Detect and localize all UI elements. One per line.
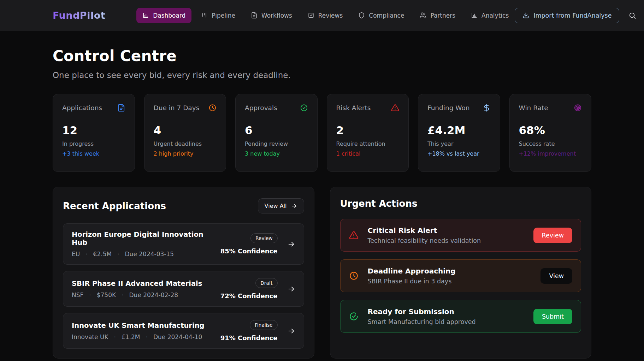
- stat-trend: 1 critical: [336, 150, 400, 157]
- application-amount: €2.5M: [93, 251, 125, 258]
- application-meta: EU €2.5M Due 2024-03-15: [72, 251, 220, 258]
- arrow-right-icon: [291, 203, 297, 209]
- status-badge: Draft: [255, 278, 277, 288]
- application-name: SBIR Phase II Advanced Materials: [72, 279, 220, 288]
- arrow-right-icon[interactable]: [288, 285, 295, 293]
- bar-chart-icon: [142, 12, 149, 19]
- shield-icon: [358, 12, 365, 19]
- application-org: EU: [72, 251, 93, 258]
- confidence-value: 91% Confidence: [220, 334, 278, 342]
- application-row-innovate-uk[interactable]: Innovate UK Smart Manufacturing Innovate…: [63, 313, 304, 349]
- stat-value: 6: [245, 124, 308, 137]
- stat-card-risk-alerts[interactable]: Risk Alerts 2 Require attention 1 critic…: [327, 94, 409, 172]
- stat-title: Risk Alerts: [336, 104, 371, 112]
- alert-triangle-icon: [349, 230, 359, 240]
- stat-subtitle: This year: [427, 140, 491, 147]
- kanban-icon: [201, 12, 208, 19]
- recent-applications-panel: Recent Applications View All Horizon Eur…: [53, 187, 314, 359]
- status-badge: Finalise: [250, 320, 277, 330]
- stat-subtitle: Pending review: [245, 140, 308, 147]
- check-square-icon: [308, 12, 314, 19]
- search-button[interactable]: [628, 12, 636, 19]
- check-circle-icon: [300, 104, 308, 112]
- nav-item-reviews[interactable]: Reviews: [302, 8, 349, 23]
- file-text-icon: [251, 12, 258, 19]
- view-all-button[interactable]: View All: [258, 198, 304, 213]
- stat-trend: +3 this week: [62, 150, 125, 157]
- action-description: Technical feasibility needs validation: [368, 237, 524, 244]
- stat-card-approvals[interactable]: Approvals 6 Pending review 3 new today: [235, 94, 318, 172]
- application-row-sbir-phase-ii[interactable]: SBIR Phase II Advanced Materials NSF $75…: [63, 271, 304, 307]
- bar-chart-icon: [471, 12, 478, 19]
- confidence-value: 85% Confidence: [220, 247, 278, 255]
- stat-subtitle: In progress: [62, 140, 125, 147]
- stat-cards: Applications 12 In progress +3 this week…: [53, 94, 591, 172]
- stat-subtitle: Success rate: [519, 140, 582, 147]
- main-content: Control Centre One place to see every bi…: [0, 47, 644, 359]
- page-subtitle: One place to see every bid, every risk a…: [53, 71, 591, 80]
- urgent-action-deadline: Deadline Approaching SBIR Phase II due i…: [340, 259, 581, 292]
- stat-card-funding-won[interactable]: Funding Won £4.2M This year +18% vs last…: [418, 94, 500, 172]
- nav-item-workflows[interactable]: Workflows: [245, 8, 298, 23]
- view-all-label: View All: [265, 203, 287, 209]
- urgent-action-critical-risk: Critical Risk Alert Technical feasibilit…: [340, 219, 581, 252]
- stat-subtitle: Require attention: [336, 140, 400, 147]
- stat-card-due-in-7-days[interactable]: Due in 7 Days 4 Urgent deadlines 2 high …: [144, 94, 226, 172]
- application-org: Innovate UK: [72, 333, 122, 341]
- application-amount: $750K: [97, 291, 129, 299]
- target-icon: [574, 104, 582, 112]
- stat-title: Funding Won: [427, 104, 470, 112]
- application-row-horizon-europe[interactable]: Horizon Europe Digital Innovation Hub EU…: [63, 223, 304, 265]
- nav-item-partners[interactable]: Partners: [414, 8, 461, 23]
- stat-title: Applications: [62, 104, 102, 112]
- search-icon: [628, 12, 636, 19]
- stat-value: 68%: [519, 124, 582, 137]
- application-due-date: Due 2024-02-28: [129, 291, 178, 299]
- application-due-date: Due 2024-04-10: [153, 333, 202, 341]
- stat-card-win-rate[interactable]: Win Rate 68% Success rate +12% improveme…: [509, 94, 592, 172]
- submit-button[interactable]: Submit: [533, 309, 572, 324]
- view-button[interactable]: View: [540, 268, 572, 284]
- import-from-fundanalyse-button[interactable]: Import from FundAnalyse: [515, 8, 619, 23]
- nav-item-pipeline[interactable]: Pipeline: [195, 8, 241, 23]
- nav-item-label: Pipeline: [212, 12, 235, 19]
- action-title: Deadline Approaching: [368, 267, 532, 275]
- download-icon: [522, 12, 529, 19]
- nav-item-compliance[interactable]: Compliance: [352, 8, 410, 23]
- nav-item-label: Partners: [430, 12, 455, 19]
- page-title: Control Centre: [53, 47, 591, 65]
- stat-trend: 3 new today: [245, 150, 308, 157]
- arrow-right-icon[interactable]: [288, 240, 295, 248]
- nav-item-label: Dashboard: [153, 12, 185, 19]
- nav-item-label: Reviews: [318, 12, 343, 19]
- urgent-action-ready-submission: Ready for Submission Smart Manufacturing…: [340, 300, 581, 333]
- stat-title: Win Rate: [519, 104, 548, 112]
- panels: Recent Applications View All Horizon Eur…: [53, 187, 591, 359]
- action-title: Critical Risk Alert: [368, 226, 524, 235]
- alert-triangle-icon: [391, 104, 399, 112]
- recent-applications-title: Recent Applications: [63, 201, 166, 211]
- confidence-value: 72% Confidence: [220, 292, 278, 300]
- stat-card-applications[interactable]: Applications 12 In progress +3 this week: [53, 94, 135, 172]
- application-due-date: Due 2024-03-15: [125, 251, 174, 258]
- import-button-label: Import from FundAnalyse: [533, 12, 611, 19]
- stat-value: 2: [336, 124, 400, 137]
- nav-item-label: Workflows: [261, 12, 292, 19]
- stat-subtitle: Urgent deadlines: [154, 140, 217, 147]
- nav-item-analytics[interactable]: Analytics: [465, 8, 515, 23]
- action-description: SBIR Phase II due in 3 days: [368, 278, 532, 285]
- stat-title: Due in 7 Days: [154, 104, 200, 112]
- review-button[interactable]: Review: [533, 228, 572, 243]
- brand-logo: FundPilot: [53, 10, 105, 21]
- nav-items: Dashboard Pipeline Workflows Reviews Com…: [136, 8, 515, 23]
- arrow-right-icon[interactable]: [288, 327, 295, 335]
- status-badge: Review: [250, 233, 277, 243]
- action-description: Smart Manufacturing bid approved: [368, 318, 524, 325]
- stat-trend: +18% vs last year: [427, 150, 491, 157]
- nav-item-dashboard[interactable]: Dashboard: [136, 8, 191, 23]
- action-title: Ready for Submission: [368, 307, 524, 316]
- urgent-actions-title: Urgent Actions: [340, 198, 418, 209]
- urgent-actions-panel: Urgent Actions Critical Risk Alert Techn…: [330, 187, 592, 359]
- nav-item-label: Analytics: [481, 12, 509, 19]
- check-circle-icon: [349, 312, 359, 321]
